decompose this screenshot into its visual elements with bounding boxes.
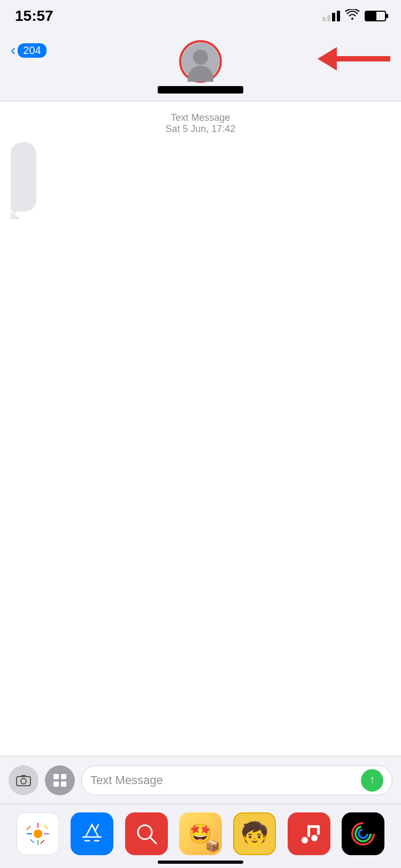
dock-emoji-icon[interactable]: 🤩 📦 [179, 812, 222, 855]
message-type-label: Text Message [11, 112, 390, 123]
svg-rect-14 [30, 839, 34, 843]
svg-rect-6 [61, 781, 66, 787]
dock-music-icon[interactable] [288, 812, 330, 855]
svg-rect-9 [37, 840, 38, 845]
dock-search-icon[interactable] [125, 812, 168, 855]
dock-photos-icon[interactable] [17, 812, 59, 855]
svg-point-1 [21, 778, 26, 784]
annotation-arrow [318, 47, 390, 71]
svg-rect-13 [44, 825, 48, 829]
chat-area: Text Message Sat 5 Jun, 17:42 [0, 102, 401, 756]
status-time: 15:57 [15, 7, 53, 25]
search-app-icon [133, 820, 160, 847]
message-metadata: Text Message Sat 5 Jun, 17:42 [11, 112, 390, 135]
avatar-person [182, 43, 219, 80]
arrow-head-icon [318, 47, 337, 71]
message-date-label: Sat 5 Jun, 17:42 [11, 123, 390, 135]
back-badge: 204 [18, 43, 46, 58]
input-bar: Text Message ↑ [0, 756, 401, 804]
contact-avatar[interactable] [158, 40, 243, 94]
send-button[interactable]: ↑ [361, 769, 383, 792]
svg-rect-5 [53, 781, 59, 787]
svg-rect-2 [21, 775, 26, 777]
status-icons [322, 9, 386, 23]
message-section: Text Message Sat 5 Jun, 17:42 [0, 102, 401, 227]
appstore-app-icon [79, 820, 105, 847]
svg-rect-4 [61, 774, 66, 779]
back-button[interactable]: ‹ 204 [11, 42, 47, 59]
svg-rect-10 [27, 833, 32, 834]
dock-memoji-icon[interactable]: 🧒 [233, 812, 276, 855]
svg-point-25 [359, 830, 367, 838]
svg-line-17 [150, 838, 156, 843]
apps-icon [52, 773, 67, 788]
message-bubble-container [11, 142, 36, 214]
home-indicator [158, 861, 243, 864]
message-bubble [11, 142, 36, 212]
svg-rect-12 [26, 826, 30, 830]
contact-name-bar [158, 86, 243, 94]
arrow-body [337, 56, 390, 61]
camera-button[interactable] [9, 765, 38, 795]
svg-point-19 [311, 835, 318, 841]
emoji-badge: 📦 [205, 839, 220, 853]
dock-appstore-icon[interactable] [71, 812, 113, 855]
svg-point-18 [302, 837, 308, 843]
camera-icon [16, 773, 31, 788]
music-app-icon [298, 823, 320, 844]
bubble-tail-icon [14, 207, 22, 214]
svg-rect-3 [53, 774, 59, 779]
avatar-ring [179, 40, 222, 83]
memoji-display: 🧒 [241, 820, 268, 847]
svg-rect-22 [307, 825, 320, 828]
photos-app-icon [25, 820, 51, 847]
status-bar: 15:57 [0, 0, 401, 32]
dock: 🤩 📦 🧒 [0, 804, 401, 868]
signal-icon [322, 11, 340, 21]
text-input-placeholder: Text Message [90, 773, 163, 787]
back-chevron-icon: ‹ [11, 42, 16, 59]
apps-button[interactable] [45, 765, 75, 795]
nav-header: ‹ 204 [0, 32, 401, 102]
text-input[interactable]: Text Message ↑ [81, 765, 392, 795]
svg-rect-11 [44, 833, 49, 834]
svg-point-7 [34, 830, 42, 838]
send-arrow-icon: ↑ [369, 773, 375, 786]
svg-rect-15 [40, 840, 44, 844]
dock-fitness-icon[interactable] [342, 812, 384, 855]
fitness-app-icon [350, 820, 376, 847]
svg-rect-8 [37, 823, 38, 828]
battery-icon [365, 11, 386, 21]
wifi-icon [345, 9, 359, 23]
